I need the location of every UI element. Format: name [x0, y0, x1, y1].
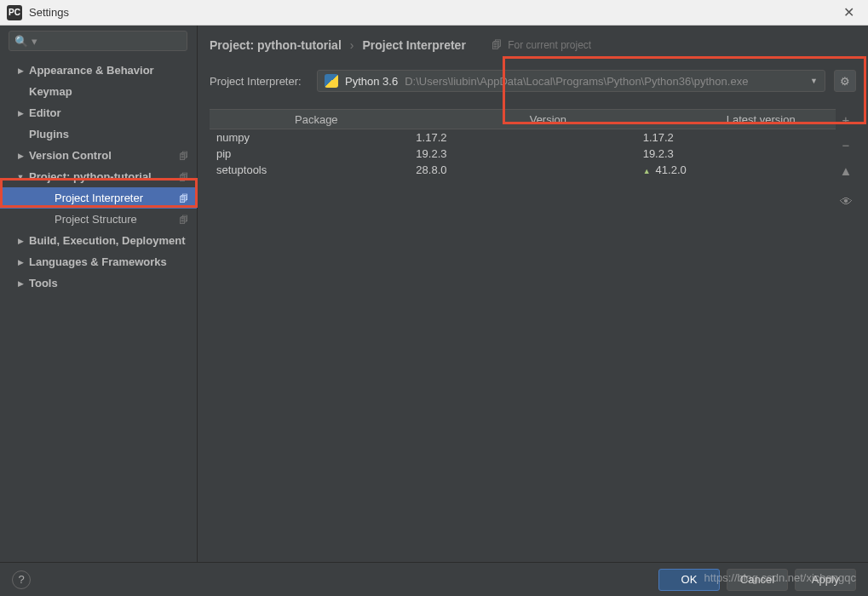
gear-icon: ⚙	[840, 75, 850, 88]
breadcrumb-page: Project Interpreter	[362, 38, 465, 52]
search-input[interactable]: 🔍 ▾	[9, 31, 187, 51]
sidebar-item-project-structure[interactable]: Project Structure🗐	[0, 209, 197, 230]
cell-latest: 1.17.2	[609, 131, 836, 144]
sidebar-item-tools[interactable]: ▶Tools	[0, 272, 197, 294]
interpreter-name: Python 3.6	[345, 75, 398, 88]
main-panel: Project: python-tutorial › Project Inter…	[198, 26, 868, 562]
settings-sidebar: 🔍 ▾ ▶Appearance & BehaviorKeymap▶EditorP…	[0, 26, 198, 562]
sidebar-item-project-interpreter[interactable]: Project Interpreter🗐	[0, 187, 197, 209]
interpreter-label: Project Interpreter:	[210, 75, 308, 88]
sidebar-item-label: Project Interpreter	[55, 192, 143, 204]
ok-button[interactable]: OK	[658, 569, 720, 591]
expand-arrow-icon: ▼	[15, 173, 26, 181]
per-project-icon: 🗐	[179, 215, 188, 225]
sidebar-item-build-execution-deployment[interactable]: ▶Build, Execution, Deployment	[0, 230, 197, 251]
remove-package-button[interactable]: −	[837, 136, 854, 153]
expand-arrow-icon: ▶	[15, 258, 26, 266]
cell-version: 1.17.2	[409, 131, 608, 144]
upgrade-package-button[interactable]: ▲	[837, 162, 854, 179]
cell-version: 19.2.3	[409, 147, 608, 160]
sidebar-item-label: Version Control	[29, 149, 112, 162]
table-row[interactable]: setuptools28.8.0▲41.2.0	[210, 162, 836, 178]
expand-arrow-icon: ▶	[15, 66, 26, 75]
expand-arrow-icon: ▶	[15, 109, 26, 117]
sidebar-item-version-control[interactable]: ▶Version Control🗐	[0, 145, 197, 166]
sidebar-item-label: Tools	[29, 277, 58, 289]
search-icon: 🔍	[14, 35, 28, 48]
per-project-icon: 🗐	[179, 172, 188, 182]
sidebar-item-languages-frameworks[interactable]: ▶Languages & Frameworks	[0, 251, 197, 272]
cell-version: 28.8.0	[409, 163, 608, 176]
python-icon	[325, 74, 338, 88]
sidebar-item-label: Plugins	[29, 128, 69, 140]
table-row[interactable]: pip19.2.319.2.3	[210, 146, 836, 162]
chevron-down-icon: ▼	[810, 77, 818, 85]
upgrade-available-icon: ▲	[643, 167, 651, 175]
copy-icon: 🗐	[491, 39, 502, 51]
close-icon[interactable]: ✕	[836, 4, 861, 20]
breadcrumb-project: Project: python-tutorial	[210, 38, 342, 52]
sidebar-item-keymap[interactable]: Keymap	[0, 81, 197, 102]
app-icon: PC	[7, 5, 22, 20]
cancel-button[interactable]: Cancel	[727, 569, 788, 591]
sidebar-item-label: Project Structure	[55, 213, 137, 226]
sidebar-item-label: Appearance & Behavior	[29, 64, 154, 77]
col-package[interactable]: Package	[210, 113, 445, 126]
expand-arrow-icon: ▶	[15, 152, 26, 160]
show-early-releases-button[interactable]: 👁	[837, 192, 854, 209]
sidebar-item-label: Editor	[29, 106, 61, 119]
sidebar-item-label: Languages & Frameworks	[29, 255, 167, 268]
window-title: Settings	[29, 6, 836, 19]
sidebar-item-appearance-behavior[interactable]: ▶Appearance & Behavior	[0, 60, 197, 81]
expand-arrow-icon: ▶	[15, 279, 26, 288]
interpreter-select[interactable]: Python 3.6 D:\Users\liubin\AppData\Local…	[317, 70, 825, 92]
cell-package: pip	[210, 147, 409, 160]
sidebar-item-plugins[interactable]: Plugins	[0, 123, 197, 145]
packages-table: Package Version Latest version numpy1.17…	[210, 109, 836, 209]
cell-package: setuptools	[210, 163, 409, 176]
breadcrumb-separator: ›	[350, 38, 354, 52]
apply-button[interactable]: Apply	[795, 569, 856, 591]
interpreter-path: D:\Users\liubin\AppData\Local\Programs\P…	[405, 75, 748, 88]
cell-package: numpy	[210, 131, 409, 144]
search-dropdown-icon: ▾	[32, 35, 37, 48]
expand-arrow-icon: ▶	[15, 237, 26, 245]
cell-latest: 19.2.3	[609, 147, 836, 160]
col-latest[interactable]: Latest version	[679, 113, 836, 126]
sidebar-item-label: Project: python-tutorial	[29, 170, 152, 183]
per-project-icon: 🗐	[179, 151, 188, 161]
table-row[interactable]: numpy1.17.21.17.2	[210, 129, 836, 146]
cell-latest: ▲41.2.0	[609, 163, 836, 176]
col-version[interactable]: Version	[445, 113, 680, 126]
help-button[interactable]: ?	[12, 570, 31, 589]
sidebar-item-label: Build, Execution, Deployment	[29, 234, 185, 247]
add-package-button[interactable]: +	[837, 111, 854, 128]
breadcrumb-note: 🗐 For current project	[491, 39, 591, 51]
sidebar-item-editor[interactable]: ▶Editor	[0, 102, 197, 123]
interpreter-settings-button[interactable]: ⚙	[834, 70, 856, 92]
sidebar-item-project-python-tutorial[interactable]: ▼Project: python-tutorial🗐	[0, 166, 197, 187]
per-project-icon: 🗐	[179, 193, 188, 203]
breadcrumb: Project: python-tutorial › Project Inter…	[210, 34, 856, 56]
sidebar-item-label: Keymap	[29, 85, 72, 98]
